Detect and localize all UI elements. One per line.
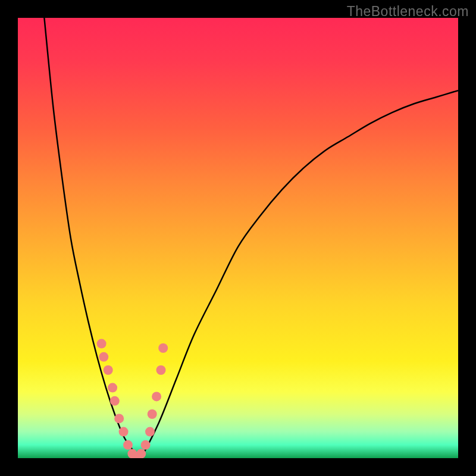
left-curve	[44, 18, 141, 458]
watermark: TheBottleneck.com	[347, 4, 469, 20]
plot-area	[18, 18, 458, 458]
left-curve	[44, 18, 141, 458]
data-points	[97, 339, 168, 458]
data-point	[119, 427, 129, 437]
data-point	[141, 440, 151, 450]
data-point	[136, 449, 146, 458]
data-point	[145, 427, 155, 437]
data-point	[152, 392, 161, 401]
data-point	[123, 440, 133, 450]
chart-svg	[18, 18, 458, 458]
chart-container: TheBottleneck.com	[0, 0, 476, 476]
data-point	[97, 339, 107, 349]
data-point	[108, 383, 117, 393]
data-point	[156, 365, 166, 375]
data-point	[114, 414, 124, 423]
right-curve	[141, 90, 458, 458]
data-point	[99, 352, 108, 362]
data-point	[158, 343, 168, 353]
data-point	[110, 396, 120, 406]
data-point	[148, 409, 157, 419]
data-point	[104, 365, 113, 375]
right-curve	[141, 90, 458, 458]
